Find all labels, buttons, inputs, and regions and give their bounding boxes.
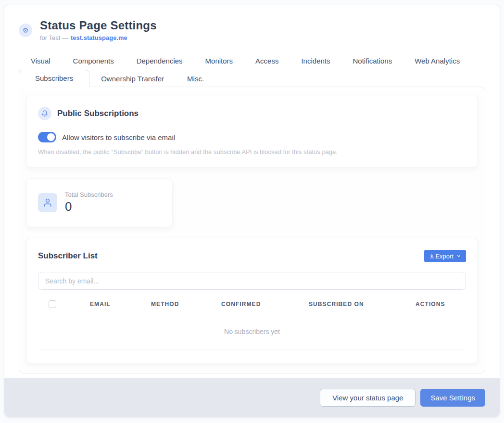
subscriber-list-card: Subscriber List Export [26, 238, 478, 363]
header-text: Status Page Settings for Test — test.sta… [40, 19, 157, 41]
tab-subscribers[interactable]: Subscribers [19, 70, 89, 87]
tab-dependencies[interactable]: Dependencies [137, 55, 183, 67]
status-page-link[interactable]: test.statuspage.me [71, 34, 127, 41]
column-header-method: METHOD [151, 301, 221, 308]
tab-ownership-transfer[interactable]: Ownership Transfer [89, 71, 176, 87]
select-all-cell [38, 300, 90, 308]
tab-misc[interactable]: Misc. [176, 71, 215, 87]
total-subscribers-card: Total Subscribers 0 [26, 178, 173, 227]
export-button[interactable]: Export [424, 250, 466, 262]
tabs-row-1: Visual Components Dependencies Monitors … [4, 55, 500, 67]
download-icon [429, 253, 435, 259]
subscribe-toggle-row: Allow visitors to subscribe via email [38, 132, 466, 142]
subscribers-tab-panel: Public Subscriptions Allow visitors to s… [19, 87, 485, 373]
table-header-row: EMAIL METHOD CONFIRMED SUBSCRIBED ON ACT… [38, 300, 466, 314]
tab-visual[interactable]: Visual [31, 55, 50, 67]
bell-icon [38, 107, 51, 120]
column-header-email: EMAIL [90, 301, 151, 308]
select-all-checkbox[interactable] [49, 300, 56, 308]
public-subscriptions-header: Public Subscriptions [38, 107, 466, 120]
stat-label: Total Subscribers [65, 191, 113, 198]
tabs-row-2: Subscribers Ownership Transfer Misc. [4, 70, 500, 87]
column-header-subscribed-on: SUBSCRIBED ON [309, 301, 416, 308]
empty-state-text: No subscribers yet [38, 314, 466, 349]
public-subscriptions-title: Public Subscriptions [57, 109, 139, 118]
toggle-knob [47, 133, 55, 141]
tab-web-analytics[interactable]: Web Analytics [415, 55, 460, 67]
subscriber-list-title: Subscriber List [38, 251, 98, 261]
column-header-confirmed: CONFIRMED [221, 301, 309, 308]
tab-components[interactable]: Components [73, 55, 114, 67]
page-title: Status Page Settings [40, 19, 157, 32]
stat-text: Total Subscribers 0 [65, 191, 113, 214]
subtitle-prefix: for Test — [40, 34, 68, 41]
toggle-label: Allow visitors to subscribe via email [62, 133, 175, 141]
search-input[interactable] [38, 272, 466, 290]
person-icon [38, 193, 57, 212]
export-button-label: Export [435, 253, 454, 260]
chevron-down-icon [456, 254, 461, 258]
settings-footer: View your status page Save Settings [4, 378, 500, 417]
settings-card: ⚙ Status Page Settings for Test — test.s… [4, 5, 500, 418]
toggle-helper-text: When disabled, the public “Subscribe” bu… [38, 148, 466, 155]
view-status-page-button[interactable]: View your status page [320, 389, 416, 407]
tab-incidents[interactable]: Incidents [301, 55, 330, 67]
tab-notifications[interactable]: Notifications [353, 55, 392, 67]
page-subtitle: for Test — test.statuspage.me [40, 34, 157, 41]
allow-subscribe-toggle[interactable] [38, 132, 56, 142]
gear-icon: ⚙ [19, 24, 32, 37]
public-subscriptions-card: Public Subscriptions Allow visitors to s… [26, 95, 478, 167]
column-header-actions: ACTIONS [416, 301, 466, 308]
stat-value: 0 [65, 199, 113, 214]
page-header: ⚙ Status Page Settings for Test — test.s… [4, 5, 500, 41]
save-settings-button[interactable]: Save Settings [420, 389, 485, 407]
subscriber-list-header: Subscriber List Export [38, 250, 466, 262]
tab-access[interactable]: Access [255, 55, 278, 67]
tab-monitors[interactable]: Monitors [205, 55, 233, 67]
